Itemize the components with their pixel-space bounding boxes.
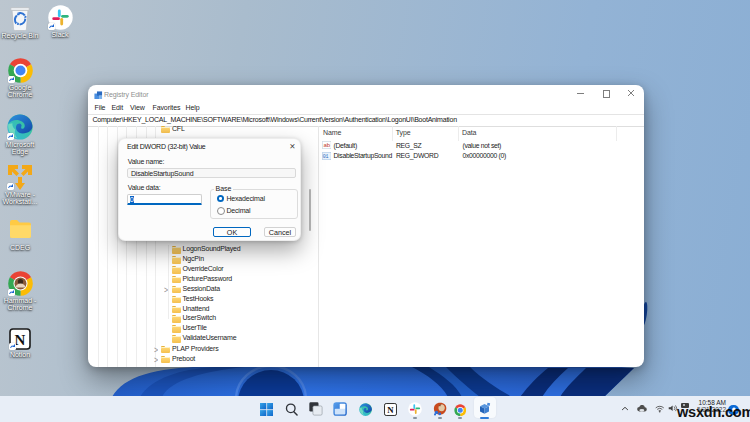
svg-text:N: N (387, 405, 394, 415)
svg-text:01: 01 (322, 154, 328, 160)
svg-text:ab: ab (323, 142, 330, 148)
svg-text:N: N (15, 332, 26, 348)
